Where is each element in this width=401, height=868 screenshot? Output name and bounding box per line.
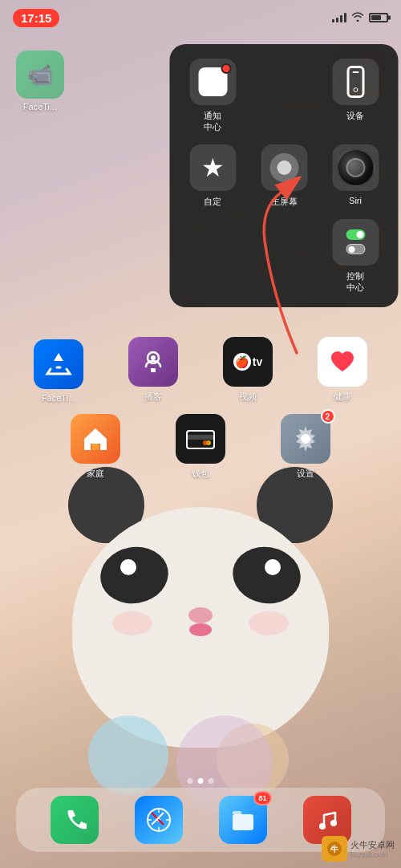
dock-phone[interactable]: [51, 796, 99, 844]
status-bar: 17:15: [0, 0, 401, 35]
app-home[interactable]: 家庭: [63, 414, 128, 480]
svg-rect-19: [233, 814, 253, 830]
page-dot-2: [198, 778, 204, 784]
app-row-3: 家庭 钱包 2 设置: [11, 414, 390, 480]
appletv-label: 视频: [239, 391, 257, 403]
battery-icon: [369, 13, 388, 22]
podcasts-label: 播客: [144, 391, 162, 403]
watermark-site: 火牛安卓网: [350, 839, 395, 851]
svg-point-21: [330, 820, 337, 826]
dock-safari[interactable]: [135, 796, 183, 844]
context-menu-grid: 通知中心 设备 ★ 自定: [183, 59, 386, 293]
menu-item-siri[interactable]: Siri: [326, 144, 386, 208]
siri-orb: [336, 148, 375, 187]
svg-rect-6: [187, 435, 214, 440]
watermark-text-block: 火牛安卓网 hnzzdt.com: [350, 839, 395, 859]
menu-slot-empty: [254, 59, 314, 133]
health-icon: [318, 337, 367, 387]
siri-icon-bg: [332, 144, 379, 191]
appstore-label: FaceTi...: [42, 393, 75, 403]
svg-point-8: [203, 440, 208, 445]
customize-icon-bg: ★: [189, 144, 236, 191]
svg-rect-3: [151, 368, 156, 372]
health-label: 健康: [334, 391, 351, 403]
page-dot-3: [209, 778, 214, 784]
siri-label: Siri: [349, 196, 362, 205]
podcasts-icon: [128, 337, 178, 387]
homescreen-label: 主屏幕: [271, 196, 298, 208]
homescreen-icon-bg: [261, 144, 307, 191]
homescreen-circle: [269, 153, 298, 182]
svg-point-2: [151, 355, 156, 360]
phone-device-icon: [346, 66, 364, 98]
watermark: 牛 火牛安卓网 hnzzdt.com: [322, 836, 395, 862]
page-dots: [188, 778, 214, 784]
safari-icon: [135, 796, 183, 844]
notification-box-icon: [198, 67, 227, 96]
app-appstore[interactable]: FaceTi...: [26, 339, 91, 403]
svg-rect-4: [92, 444, 99, 450]
app-row-2: FaceTi... 播客 🍎 tv 视频 健康: [11, 337, 390, 403]
appstore-icon: [34, 339, 83, 389]
home-app-icon: [71, 414, 120, 464]
app-health[interactable]: 健康: [310, 337, 375, 403]
control-center-label: 控制中心: [346, 270, 364, 294]
notification-badge-dot: [221, 63, 231, 74]
notification-icon-bg: [189, 59, 236, 105]
context-menu-overlay: 通知中心 设备 ★ 自定: [170, 44, 399, 307]
svg-text:牛: 牛: [330, 845, 339, 854]
menu-item-device[interactable]: 设备: [326, 59, 386, 133]
signal-icon: [332, 13, 346, 22]
app-podcasts[interactable]: 播客: [121, 337, 185, 403]
page-dot-1: [188, 778, 193, 784]
home-label: 家庭: [87, 468, 104, 480]
settings-label: 设置: [297, 468, 314, 480]
toggle-switches-icon: [346, 229, 365, 254]
customize-star-icon: ★: [201, 155, 225, 180]
watermark-url: hnzzdt.com: [350, 851, 395, 859]
apps-section: FaceTi... 播客 🍎 tv 视频 健康: [0, 337, 401, 491]
menu-item-control-center[interactable]: 控制中心: [326, 219, 386, 294]
app-appletv[interactable]: 🍎 tv 视频: [216, 337, 280, 403]
appletv-icon: 🍎 tv: [223, 337, 273, 387]
app-settings[interactable]: 2 设置: [273, 414, 338, 480]
notification-label: 通知中心: [204, 110, 221, 133]
device-label: 设备: [346, 110, 364, 122]
menu-item-customize[interactable]: ★ 自定: [183, 144, 243, 208]
dock-files[interactable]: 81: [219, 796, 267, 844]
files-badge: 81: [253, 791, 271, 805]
watermark-logo: 牛: [322, 836, 347, 862]
wallet-icon: [176, 414, 225, 464]
menu-item-homescreen[interactable]: 主屏幕: [254, 144, 314, 208]
svg-point-20: [319, 823, 326, 829]
status-icons: [332, 11, 388, 24]
menu-item-notification[interactable]: 通知中心: [183, 59, 243, 133]
wallet-label: 钱包: [192, 468, 209, 480]
app-wallet[interactable]: 钱包: [168, 414, 233, 480]
wifi-icon: [351, 11, 364, 24]
status-time: 17:15: [13, 9, 59, 27]
control-center-icon-bg: [332, 219, 379, 266]
customize-label: 自定: [204, 196, 221, 208]
device-icon-bg: [332, 59, 379, 105]
phone-icon: [51, 796, 99, 844]
settings-icon: 2: [281, 414, 330, 464]
app-facetime[interactable]: 📹 FaceTi...: [8, 51, 72, 112]
settings-badge: 2: [321, 409, 335, 424]
